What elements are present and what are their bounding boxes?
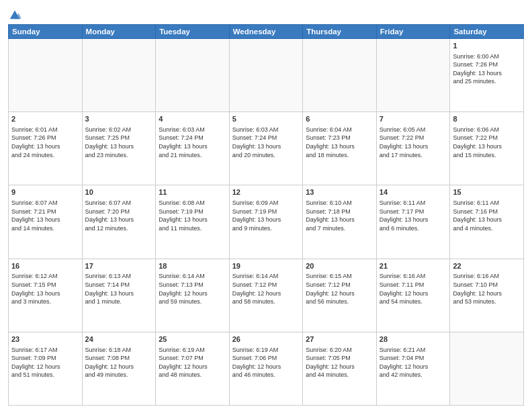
day-number: 19 [232,261,300,271]
day-info: Sunrise: 6:09 AM Sunset: 7:19 PM Dayligh… [232,199,300,232]
day-number: 26 [232,334,300,345]
day-info: Sunrise: 6:06 AM Sunset: 7:22 PM Dayligh… [453,126,521,159]
calendar-cell: 13Sunrise: 6:10 AM Sunset: 7:18 PM Dayli… [303,185,377,259]
calendar-cell: 28Sunrise: 6:21 AM Sunset: 7:04 PM Dayli… [376,332,450,405]
day-info: Sunrise: 6:11 AM Sunset: 7:17 PM Dayligh… [380,199,447,232]
week-row-1: 2Sunrise: 6:01 AM Sunset: 7:26 PM Daylig… [9,112,524,185]
calendar-cell [82,38,156,111]
calendar-cell: 10Sunrise: 6:07 AM Sunset: 7:20 PM Dayli… [82,185,156,259]
header [8,7,524,20]
day-info: Sunrise: 6:17 AM Sunset: 7:09 PM Dayligh… [11,346,79,379]
day-info: Sunrise: 6:20 AM Sunset: 7:05 PM Dayligh… [306,346,373,379]
day-info: Sunrise: 6:05 AM Sunset: 7:22 PM Dayligh… [380,126,447,159]
calendar-cell: 24Sunrise: 6:18 AM Sunset: 7:08 PM Dayli… [82,332,156,405]
day-info: Sunrise: 6:19 AM Sunset: 7:06 PM Dayligh… [232,346,300,379]
day-number: 28 [380,334,447,345]
day-info: Sunrise: 6:16 AM Sunset: 7:10 PM Dayligh… [453,272,521,306]
day-number: 23 [11,334,79,345]
calendar-cell: 14Sunrise: 6:11 AM Sunset: 7:17 PM Dayli… [376,185,450,259]
logo [8,7,21,20]
calendar-cell: 5Sunrise: 6:03 AM Sunset: 7:24 PM Daylig… [229,112,303,185]
day-number: 8 [453,114,521,124]
day-number: 27 [306,334,373,345]
day-number: 14 [380,187,447,197]
calendar-cell: 3Sunrise: 6:02 AM Sunset: 7:25 PM Daylig… [82,112,156,185]
day-number: 22 [453,261,521,271]
calendar-cell: 22Sunrise: 6:16 AM Sunset: 7:10 PM Dayli… [450,259,524,332]
calendar-cell: 2Sunrise: 6:01 AM Sunset: 7:26 PM Daylig… [9,112,83,185]
day-info: Sunrise: 6:16 AM Sunset: 7:11 PM Dayligh… [380,272,447,306]
day-number: 7 [380,114,447,124]
day-info: Sunrise: 6:13 AM Sunset: 7:14 PM Dayligh… [85,272,153,306]
calendar-cell: 4Sunrise: 6:03 AM Sunset: 7:24 PM Daylig… [156,112,230,185]
weekday-friday: Friday [376,24,450,38]
calendar-cell: 7Sunrise: 6:05 AM Sunset: 7:22 PM Daylig… [376,112,450,185]
day-number: 3 [85,114,153,124]
week-row-4: 23Sunrise: 6:17 AM Sunset: 7:09 PM Dayli… [9,332,524,405]
calendar-cell: 19Sunrise: 6:14 AM Sunset: 7:12 PM Dayli… [229,259,303,332]
day-number: 12 [232,187,300,197]
calendar-cell [450,332,524,405]
calendar-cell: 6Sunrise: 6:04 AM Sunset: 7:23 PM Daylig… [303,112,377,185]
weekday-monday: Monday [82,24,156,38]
week-row-2: 9Sunrise: 6:07 AM Sunset: 7:21 PM Daylig… [9,185,524,259]
calendar-cell [156,38,230,111]
day-info: Sunrise: 6:07 AM Sunset: 7:20 PM Dayligh… [85,199,153,232]
day-info: Sunrise: 6:14 AM Sunset: 7:12 PM Dayligh… [232,272,300,306]
day-number: 17 [85,261,153,271]
day-number: 10 [85,187,153,197]
calendar-cell: 27Sunrise: 6:20 AM Sunset: 7:05 PM Dayli… [303,332,377,405]
day-info: Sunrise: 6:07 AM Sunset: 7:21 PM Dayligh… [11,199,79,232]
calendar-cell: 11Sunrise: 6:08 AM Sunset: 7:19 PM Dayli… [156,185,230,259]
calendar-cell: 12Sunrise: 6:09 AM Sunset: 7:19 PM Dayli… [229,185,303,259]
calendar-cell [376,38,450,111]
day-info: Sunrise: 6:10 AM Sunset: 7:18 PM Dayligh… [306,199,373,232]
day-number: 2 [11,114,79,124]
day-number: 6 [306,114,373,124]
day-info: Sunrise: 6:04 AM Sunset: 7:23 PM Dayligh… [306,126,373,159]
day-info: Sunrise: 6:12 AM Sunset: 7:15 PM Dayligh… [11,272,79,306]
calendar-cell: 26Sunrise: 6:19 AM Sunset: 7:06 PM Dayli… [229,332,303,405]
day-info: Sunrise: 6:11 AM Sunset: 7:16 PM Dayligh… [453,199,521,232]
day-info: Sunrise: 6:08 AM Sunset: 7:19 PM Dayligh… [159,199,226,232]
day-number: 15 [453,187,521,197]
day-info: Sunrise: 6:14 AM Sunset: 7:13 PM Dayligh… [159,272,226,306]
logo-icon [9,8,21,20]
day-info: Sunrise: 6:01 AM Sunset: 7:26 PM Dayligh… [11,126,79,159]
weekday-tuesday: Tuesday [156,24,230,38]
weekday-wednesday: Wednesday [229,24,303,38]
day-number: 16 [11,261,79,271]
calendar-cell: 21Sunrise: 6:16 AM Sunset: 7:11 PM Dayli… [376,259,450,332]
calendar-cell [303,38,377,111]
day-number: 25 [159,334,226,345]
calendar-table: SundayMondayTuesdayWednesdayThursdayFrid… [8,24,524,406]
weekday-saturday: Saturday [450,24,524,38]
calendar-cell: 20Sunrise: 6:15 AM Sunset: 7:12 PM Dayli… [303,259,377,332]
day-number: 1 [453,41,521,51]
calendar-cell: 25Sunrise: 6:19 AM Sunset: 7:07 PM Dayli… [156,332,230,405]
day-info: Sunrise: 6:15 AM Sunset: 7:12 PM Dayligh… [306,272,373,306]
calendar-cell: 17Sunrise: 6:13 AM Sunset: 7:14 PM Dayli… [82,259,156,332]
calendar-page: SundayMondayTuesdayWednesdayThursdayFrid… [0,0,532,411]
weekday-sunday: Sunday [9,24,83,38]
calendar-cell: 1Sunrise: 6:00 AM Sunset: 7:26 PM Daylig… [450,38,524,111]
day-number: 5 [232,114,300,124]
day-info: Sunrise: 6:21 AM Sunset: 7:04 PM Dayligh… [380,346,447,379]
day-number: 9 [11,187,79,197]
day-info: Sunrise: 6:03 AM Sunset: 7:24 PM Dayligh… [232,126,300,159]
day-info: Sunrise: 6:18 AM Sunset: 7:08 PM Dayligh… [85,346,153,379]
day-number: 21 [380,261,447,271]
day-info: Sunrise: 6:19 AM Sunset: 7:07 PM Dayligh… [159,346,226,379]
day-info: Sunrise: 6:03 AM Sunset: 7:24 PM Dayligh… [159,126,226,159]
calendar-body: 1Sunrise: 6:00 AM Sunset: 7:26 PM Daylig… [9,38,524,405]
week-row-0: 1Sunrise: 6:00 AM Sunset: 7:26 PM Daylig… [9,38,524,111]
calendar-cell [9,38,83,111]
day-number: 11 [159,187,226,197]
calendar-cell: 16Sunrise: 6:12 AM Sunset: 7:15 PM Dayli… [9,259,83,332]
calendar-cell: 8Sunrise: 6:06 AM Sunset: 7:22 PM Daylig… [450,112,524,185]
day-info: Sunrise: 6:00 AM Sunset: 7:26 PM Dayligh… [453,52,521,86]
calendar-cell: 15Sunrise: 6:11 AM Sunset: 7:16 PM Dayli… [450,185,524,259]
weekday-header-row: SundayMondayTuesdayWednesdayThursdayFrid… [9,24,524,38]
calendar-cell: 9Sunrise: 6:07 AM Sunset: 7:21 PM Daylig… [9,185,83,259]
weekday-thursday: Thursday [303,24,377,38]
